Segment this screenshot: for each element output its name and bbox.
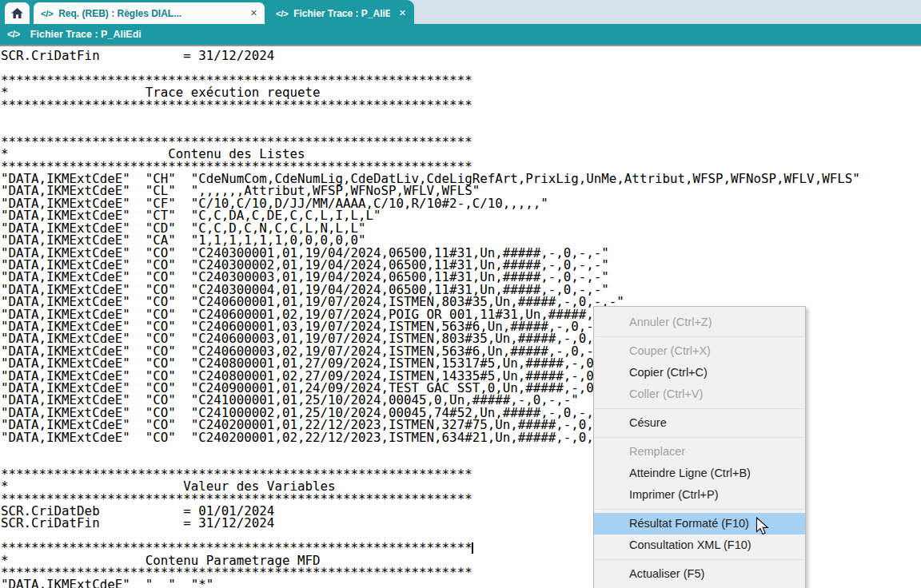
menu-item[interactable]: Résultat Formaté (F10): [594, 513, 805, 534]
context-menu: Annuler (Ctrl+Z)Couper (Ctrl+X)Copier (C…: [593, 306, 806, 588]
close-tab-icon[interactable]: ✕: [250, 8, 257, 18]
tab-bar: </> Req. (REB) : Règles DIAL... ✕ </> Fi…: [0, 0, 921, 24]
menu-separator: [596, 509, 803, 510]
menu-item[interactable]: Consultation XML (F10): [594, 534, 805, 556]
breadcrumb: </> Fichier Trace : P_AliEdi: [0, 24, 921, 46]
text-caret: [472, 542, 473, 554]
home-icon: [11, 8, 23, 18]
app-window: </> Req. (REB) : Règles DIAL... ✕ </> Fi…: [0, 0, 921, 588]
menu-item: Annuler (Ctrl+Z): [594, 312, 805, 333]
menu-item: Coller (Ctrl+V): [594, 383, 805, 405]
menu-item[interactable]: Atteindre Ligne (Ctrl+B): [594, 463, 805, 484]
tab-label: Req. (REB) : Règles DIAL...: [58, 8, 241, 19]
code-icon: </>: [7, 29, 20, 40]
breadcrumb-label: Fichier Trace : P_AliEdi: [30, 29, 142, 40]
tab-home[interactable]: [5, 2, 30, 24]
menu-separator: [596, 408, 803, 409]
code-icon: </>: [41, 9, 53, 18]
menu-item: Couper (Ctrl+X): [594, 340, 805, 362]
code-icon: </>: [276, 9, 288, 18]
menu-item[interactable]: Imprimer (Ctrl+P): [594, 484, 805, 506]
menu-item[interactable]: Actualiser (F5): [594, 563, 805, 585]
tab-requete[interactable]: </> Req. (REB) : Règles DIAL... ✕: [34, 2, 265, 24]
tab-fichier-trace[interactable]: </> Fichier Trace : P_AliEdi ✕: [269, 2, 413, 24]
close-tab-icon[interactable]: ✕: [399, 8, 406, 18]
menu-separator: [596, 559, 803, 560]
menu-item: Remplacer: [594, 441, 805, 463]
menu-separator: [596, 437, 803, 438]
menu-separator: [596, 336, 803, 337]
tab-label: Fichier Trace : P_AliEdi: [293, 8, 390, 19]
menu-item[interactable]: Copier (Ctrl+C): [594, 362, 805, 383]
menu-item[interactable]: Césure: [594, 412, 805, 434]
mouse-cursor: [756, 517, 769, 536]
